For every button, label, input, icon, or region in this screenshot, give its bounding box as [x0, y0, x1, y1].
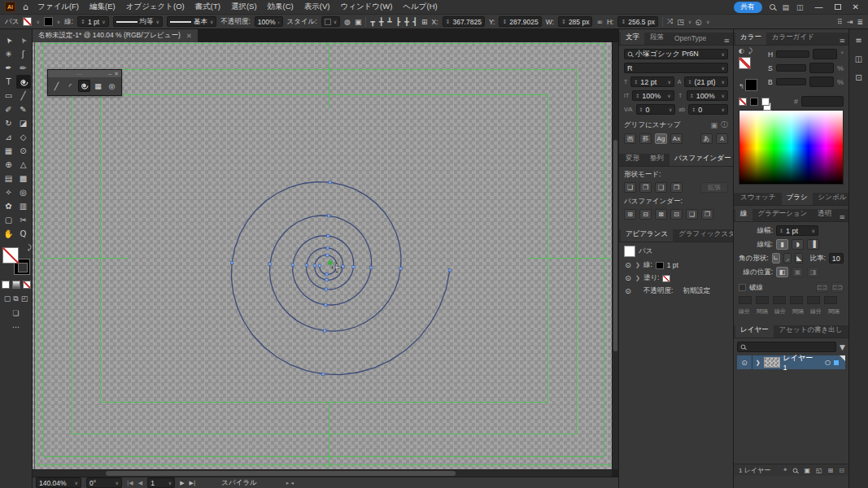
exclude-button[interactable]: ❒	[670, 182, 683, 193]
zoom-level-select[interactable]: 140.04%∨	[36, 477, 81, 488]
width-tool[interactable]: ◇	[16, 130, 31, 144]
align-hcenter-icon[interactable]: ╋	[404, 18, 408, 26]
shape-builder-tool[interactable]: ⊕	[2, 158, 16, 172]
screen-mode-icon[interactable]: ❏	[12, 309, 19, 317]
layer-name[interactable]: レイヤー 1	[783, 353, 819, 372]
color-mode-button[interactable]	[2, 281, 10, 289]
brush-select[interactable]: 基本∨	[167, 16, 216, 27]
palette-close-icon[interactable]: ✕	[114, 71, 119, 77]
swap-fill-stroke-icon[interactable]: ⤸	[28, 244, 32, 252]
invert-icon[interactable]: ↰	[739, 83, 744, 90]
artboard-nav-field[interactable]: 1∨	[147, 477, 175, 488]
layer-thumbnail[interactable]	[764, 357, 780, 368]
saturation-slider[interactable]	[776, 64, 806, 72]
cap-round-button[interactable]: ◗	[792, 239, 804, 250]
tab-opentype[interactable]: OpenType	[670, 33, 711, 45]
line-tools-floating-palette[interactable]: ∙∙∙∙ – ✕ ╱◜▦◎	[47, 69, 122, 96]
appearance-fill-swatch-none[interactable]	[662, 275, 670, 282]
document-tab[interactable]: 名称未設定-1* @ 140.04 % (RGB/プレビュー) ✕	[33, 29, 198, 42]
libraries-panel-icon[interactable]: ⊡	[855, 73, 861, 82]
line-tool[interactable]: ╱	[50, 80, 63, 92]
artboard-tool[interactable]: ▢	[2, 213, 16, 227]
reference-point-icon[interactable]: ⊞	[421, 18, 428, 26]
tab-gradient[interactable]: グラデーション	[753, 207, 813, 221]
visibility-eye-icon[interactable]: ⊙	[624, 274, 632, 282]
fill-color-swatch[interactable]	[23, 17, 32, 26]
rectangular-grid-tool[interactable]: ▦	[92, 80, 104, 92]
w-field[interactable]: ↕285 px	[558, 16, 592, 27]
filter-icon[interactable]: ▼	[840, 343, 845, 351]
home-icon[interactable]: ⌂	[23, 2, 28, 12]
visibility-eye-icon[interactable]: ⊙	[624, 287, 632, 295]
layers-search-input[interactable]	[737, 342, 836, 352]
glyph-guides-icon[interactable]: ▣	[710, 121, 718, 129]
last-artboard-icon[interactable]: ▶|	[190, 480, 196, 486]
blend-tool[interactable]: ◎	[16, 185, 31, 199]
leading-field[interactable]: ↕(21 pt)∨	[684, 76, 728, 87]
column-graph-tool[interactable]: ▥	[16, 199, 31, 213]
vertical-scrollbar[interactable]	[612, 42, 618, 469]
eraser-tool[interactable]: ◪	[16, 116, 31, 130]
new-layer-icon[interactable]: ⊞	[828, 467, 834, 474]
free-transform-tool[interactable]: ▦	[2, 144, 16, 158]
snap-x-height-button[interactable]: Ax	[670, 133, 683, 144]
tab-appearance[interactable]: アピアランス	[621, 228, 673, 242]
document-setup-icon[interactable]: ▣	[355, 18, 362, 26]
control-menu-icon[interactable]: ≣	[857, 18, 863, 26]
lasso-tool[interactable]: ʃ	[16, 47, 31, 61]
brightness-field[interactable]	[809, 76, 834, 87]
vertical-scroll-thumb[interactable]	[613, 140, 617, 351]
snap-em-box-button[interactable]: 画	[624, 133, 636, 144]
perspective-grid-tool[interactable]: △	[16, 158, 31, 172]
spiral-tool[interactable]	[78, 80, 90, 92]
tab-symbols[interactable]: シンボル	[813, 191, 852, 205]
first-artboard-icon[interactable]: |◀	[127, 480, 133, 486]
tab-transparency[interactable]: 透明	[813, 207, 836, 221]
pencil-tool[interactable]: ✎	[16, 102, 31, 116]
status-expand-icon[interactable]: ▸ ◂	[286, 480, 294, 486]
puppet-warp-tool[interactable]: ⊙	[16, 144, 31, 158]
opacity-field[interactable]: 100%›	[255, 16, 283, 27]
kerning-field[interactable]: ↕0∨	[636, 104, 676, 115]
color-spectrum[interactable]	[739, 110, 844, 185]
panel-menu-icon[interactable]: ≡	[723, 37, 731, 45]
paintbrush-tool[interactable]: ✐	[2, 102, 16, 116]
merge-button[interactable]: ⊠	[655, 209, 667, 220]
tab-asset-export[interactable]: アセットの書き出し	[774, 324, 848, 338]
layer-expand-chevron-icon[interactable]: ❯	[756, 359, 761, 366]
arc-tool[interactable]: ◜	[64, 80, 76, 92]
stroke-color-swatch[interactable]	[44, 17, 53, 26]
envelope-distort-icon[interactable]: ◳	[677, 18, 684, 26]
appearance-opacity-value[interactable]: 初期設定	[683, 286, 710, 296]
trim-button[interactable]: ⊟	[639, 209, 652, 220]
minus-back-button[interactable]: ❐	[701, 209, 713, 220]
spiral-tool[interactable]	[16, 75, 31, 89]
hand-tool[interactable]: ✋	[2, 227, 16, 241]
unite-button[interactable]: ❏	[624, 182, 636, 193]
symbol-sprayer-tool[interactable]: ✿	[2, 199, 16, 213]
corner-bevel-button[interactable]: ◣	[795, 253, 803, 264]
menu-type[interactable]: 書式(T)	[194, 2, 222, 12]
minus-front-button[interactable]: ❐	[639, 182, 652, 193]
restore-button[interactable]	[835, 4, 841, 10]
menu-help[interactable]: ヘルプ(H)	[401, 2, 438, 12]
width-profile-select[interactable]: 均等∨	[113, 16, 163, 27]
tracking-field[interactable]: ↕0∨	[688, 104, 728, 115]
selection-tool[interactable]: ➤	[2, 33, 16, 47]
appearance-stroke-weight[interactable]: 1 pt	[667, 261, 678, 269]
miter-ratio-field[interactable]: 10	[829, 253, 844, 264]
curvature-tool[interactable]: ✏	[16, 61, 31, 75]
gradient-tool[interactable]: ▩	[16, 172, 31, 185]
recolor-artwork-icon[interactable]: ◍	[344, 18, 351, 26]
font-family-select[interactable]: 小塚ゴシック Pr6N∨	[624, 49, 728, 59]
menu-edit[interactable]: 編集(E)	[88, 2, 117, 12]
tab-pathfinder[interactable]: パスファインダー	[670, 152, 735, 166]
panel-dock-icon[interactable]: ⇥	[847, 18, 853, 26]
white-swatch[interactable]	[761, 98, 770, 106]
draw-normal-icon[interactable]: ▢	[4, 294, 11, 303]
panel-menu-icon[interactable]: ≡	[839, 37, 847, 45]
h-field[interactable]: ↕256.5 px	[617, 16, 658, 27]
eyedropper-tool[interactable]: ✧	[2, 185, 16, 199]
expand-chevron-icon[interactable]: ❯	[635, 275, 640, 281]
cap-projecting-button[interactable]: ▐	[807, 239, 819, 250]
